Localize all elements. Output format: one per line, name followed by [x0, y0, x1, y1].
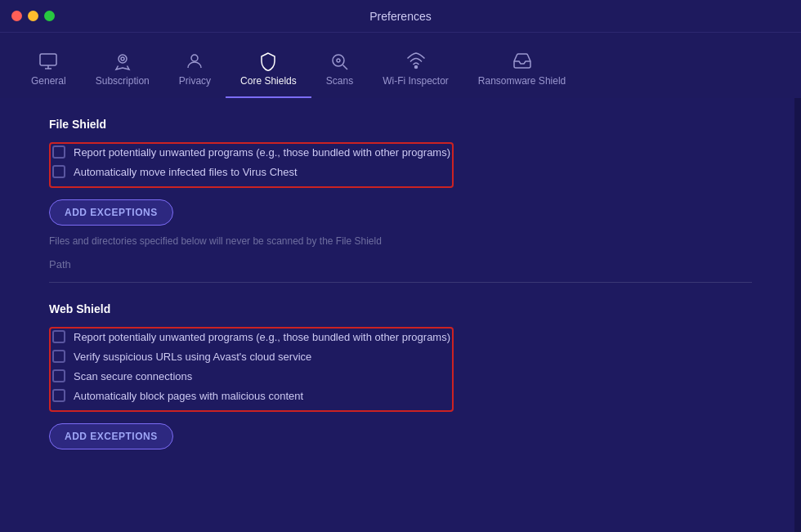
file-shield-move-checkbox[interactable]: [52, 165, 65, 178]
file-shield-move-label[interactable]: Automatically move infected files to Vir…: [74, 166, 298, 178]
svg-line-7: [343, 65, 348, 70]
web-shield-url-label[interactable]: Verify suspicious URLs using Avast's clo…: [74, 351, 311, 363]
window-controls[interactable]: [11, 11, 55, 21]
web-shield-ssl-label[interactable]: Scan secure connections: [74, 370, 192, 382]
nav-bar: General Subscription Privacy Core Shield…: [0, 33, 801, 98]
tab-general[interactable]: General: [16, 45, 81, 99]
web-shield-url-checkbox[interactable]: [52, 350, 65, 363]
badge-icon: [113, 51, 132, 71]
svg-rect-0: [40, 54, 56, 65]
tab-subscription-label: Subscription: [96, 75, 150, 87]
inbox-icon: [512, 51, 532, 71]
file-shield-pup-checkbox[interactable]: [52, 145, 65, 159]
svg-point-6: [333, 55, 344, 66]
file-shield-pup-label[interactable]: Report potentially unwanted programs (e.…: [74, 146, 450, 159]
web-shield-ssl-checkbox[interactable]: [52, 369, 65, 382]
tab-general-label: General: [31, 75, 66, 87]
scan-icon: [329, 51, 349, 71]
web-shield-pup-row: Report potentially unwanted programs (e.…: [52, 330, 450, 343]
monitor-icon: [38, 51, 58, 71]
person-icon: [185, 51, 204, 71]
tab-core-shields-label: Core Shields: [240, 75, 297, 87]
svg-point-8: [337, 59, 340, 62]
tab-wifi-inspector[interactable]: Wi-Fi Inspector: [368, 45, 463, 99]
tab-ransomware-shield-label: Ransomware Shield: [478, 75, 566, 87]
path-divider: [49, 282, 752, 283]
file-shield-add-exceptions-button[interactable]: ADD EXCEPTIONS: [49, 199, 173, 226]
path-label: Path: [49, 258, 752, 277]
maximize-button[interactable]: [44, 11, 55, 21]
tab-privacy-label: Privacy: [179, 75, 211, 87]
file-shield-title: File Shield: [49, 118, 752, 131]
svg-point-4: [121, 57, 124, 60]
file-shield-move-row: Automatically move infected files to Vir…: [52, 165, 450, 178]
web-shield-add-exceptions-button[interactable]: ADD EXCEPTIONS: [49, 423, 173, 449]
tab-subscription[interactable]: Subscription: [81, 45, 164, 99]
scroll-edge: [794, 98, 801, 532]
web-shield-pup-label[interactable]: Report potentially unwanted programs (e.…: [74, 331, 450, 343]
tab-ransomware-shield[interactable]: Ransomware Shield: [463, 45, 580, 99]
web-shield-title: Web Shield: [49, 302, 752, 315]
file-shield-path-section: Path: [49, 258, 752, 283]
title-bar: Preferences: [0, 0, 801, 33]
window-title: Preferences: [369, 10, 431, 23]
svg-point-5: [191, 55, 198, 61]
svg-point-9: [414, 66, 417, 69]
file-shield-pup-row: Report potentially unwanted programs (e.…: [52, 145, 450, 159]
web-shield-block-row: Automatically block pages with malicious…: [52, 389, 450, 402]
tab-core-shields[interactable]: Core Shields: [226, 45, 311, 99]
tab-privacy[interactable]: Privacy: [164, 45, 226, 99]
minimize-button[interactable]: [28, 11, 38, 21]
web-shield-ssl-row: Scan secure connections: [52, 369, 450, 382]
tab-scans-label: Scans: [326, 75, 353, 87]
shield-icon: [258, 51, 278, 71]
web-shield-section: Web Shield Report potentially unwanted p…: [49, 302, 752, 449]
wifi-icon: [406, 51, 426, 71]
file-shield-section: File Shield Report potentially unwanted …: [49, 118, 752, 283]
web-shield-url-row: Verify suspicious URLs using Avast's clo…: [52, 350, 450, 363]
file-shield-exceptions-note: Files and directories specified below wi…: [49, 235, 752, 247]
web-shield-block-label[interactable]: Automatically block pages with malicious…: [74, 390, 303, 402]
close-button[interactable]: [11, 11, 22, 21]
tab-scans[interactable]: Scans: [311, 45, 368, 99]
main-content: File Shield Report potentially unwanted …: [0, 98, 801, 532]
tab-wifi-inspector-label: Wi-Fi Inspector: [383, 75, 449, 87]
svg-point-3: [119, 55, 127, 63]
web-shield-pup-checkbox[interactable]: [52, 330, 65, 343]
web-shield-block-checkbox[interactable]: [52, 389, 65, 402]
